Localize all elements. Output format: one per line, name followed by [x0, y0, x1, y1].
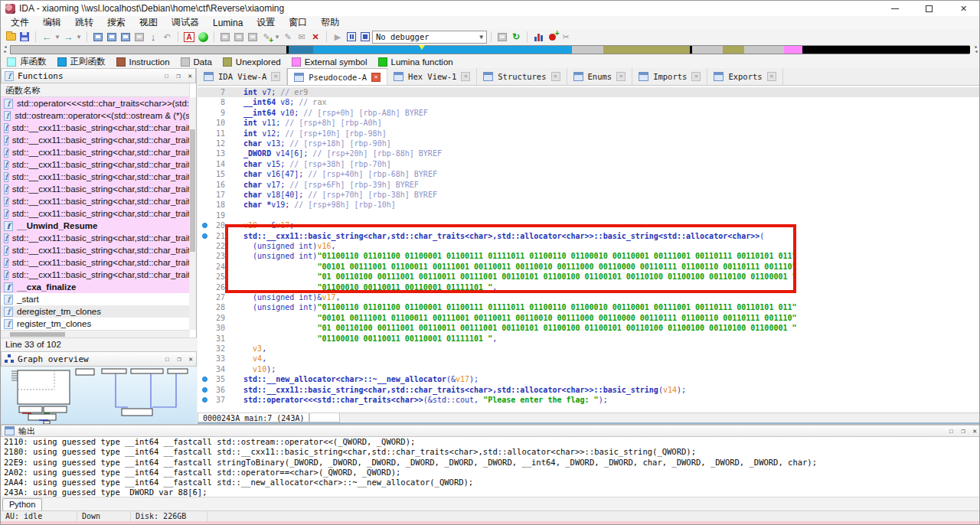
code-line[interactable]: 20 v19 = &v17; — [198, 220, 980, 230]
menu-item-1[interactable]: 文件 — [4, 16, 36, 29]
function-row[interactable]: fstd::__cxx11::basic_string<char,std::ch… — [1, 207, 190, 220]
menu-item-4[interactable]: 搜索 — [100, 16, 132, 29]
menu-item-2[interactable]: 编辑 — [36, 16, 68, 29]
panel-float-icon[interactable]: ❐ — [177, 355, 181, 363]
breakpoint-dropdown-icon[interactable]: ▼ — [273, 30, 281, 44]
code-line[interactable]: 36 std::__cxx11::basic_string<char,std::… — [198, 385, 980, 395]
edit-icon[interactable]: ✉ — [295, 30, 309, 44]
breakpoint-edit-icon[interactable] — [232, 30, 246, 44]
function-row[interactable]: f__cxa_finalize — [1, 281, 190, 293]
add-breakpoint-icon[interactable]: ✎ — [260, 30, 273, 44]
tab-ida-view-a[interactable]: IDA View-A✕ — [198, 68, 287, 85]
tab-structures[interactable]: Structures✕ — [477, 68, 567, 85]
function-row[interactable]: fstd::__cxx11::basic_string<char,std::ch… — [1, 158, 190, 171]
code-line[interactable]: 25 "01 00110100 00111001 00110011 001110… — [198, 272, 980, 282]
function-row[interactable]: fregister_tm_clones — [1, 318, 190, 330]
delete-icon[interactable]: ✕ — [309, 30, 322, 44]
code-line[interactable]: 11 int v12; // [rsp+10h] [rbp-98h] — [198, 129, 980, 139]
code-line[interactable]: 24 "00101 00111001 01100011 00111001 001… — [198, 262, 980, 272]
tab-close-icon[interactable]: ✕ — [767, 72, 776, 81]
panel-restore-icon[interactable]: ☐ — [949, 427, 953, 435]
tab-enums[interactable]: Enums✕ — [567, 68, 633, 85]
menu-item-5[interactable]: 视图 — [132, 16, 165, 29]
function-row[interactable]: fstd::__cxx11::basic_string<char,std::ch… — [1, 183, 190, 195]
menu-item-6[interactable]: 调试器 — [165, 16, 206, 29]
watch-icon[interactable] — [246, 30, 260, 44]
function-row[interactable]: fstd::__cxx11::basic_string<char,std::ch… — [1, 146, 190, 158]
code-line[interactable]: 9 __int64 v10; // [rsp+0h] [rbp-A8h] BYR… — [198, 108, 980, 118]
panel-restore-icon[interactable]: ☐ — [165, 355, 169, 363]
python-tab[interactable]: Python — [2, 498, 42, 510]
functions-vertical-scrollbar[interactable] — [189, 97, 196, 330]
tab-close-icon[interactable]: ✕ — [371, 73, 381, 82]
panel-close-icon[interactable]: ✕ — [189, 355, 193, 363]
tab-close-icon[interactable]: ✕ — [461, 72, 470, 81]
code-line[interactable]: 12 char v13; // [rsp+18h] [rbp-90h] — [198, 139, 980, 148]
code-line[interactable]: 30 "01 00110100 00111001 00110011 001110… — [198, 323, 980, 333]
code-line[interactable]: 13 _DWORD v14[6]; // [rsp+20h] [rbp-88h]… — [198, 148, 980, 158]
function-row[interactable]: fstd::__cxx11::basic_string<char,std::ch… — [1, 244, 190, 256]
tab-close-icon[interactable]: ✕ — [691, 72, 701, 81]
code-line[interactable]: 27 (unsigned int)&v17, — [198, 292, 980, 302]
tab-close-icon[interactable]: ✕ — [551, 72, 560, 81]
panel-float-icon[interactable]: ❐ — [961, 427, 965, 435]
code-line[interactable]: 34 v10); — [198, 364, 980, 374]
function-row[interactable]: fstd::__cxx11::basic_string<char,std::ch… — [1, 232, 190, 244]
jump-entry-icon[interactable]: ↓ — [146, 30, 160, 44]
menu-item-10[interactable]: 帮助 — [314, 16, 346, 29]
undo-icon[interactable]: ↶ — [160, 30, 174, 44]
menu-item-3[interactable]: 跳转 — [68, 16, 100, 29]
pseudocode-view[interactable]: 7 int v7; // er98 __int64 v8; // rax9 __… — [198, 86, 980, 412]
graph-overview-header[interactable]: Graph overview ☐ ❐ ✕ — [1, 351, 197, 367]
pause-process-icon[interactable] — [345, 30, 358, 44]
code-line[interactable]: 29 "00101 00111001 01100011 00111001 001… — [198, 313, 980, 323]
jump-address-icon[interactable] — [119, 30, 132, 44]
jump-name-icon[interactable] — [91, 30, 105, 44]
step-into-icon[interactable] — [495, 30, 509, 44]
jump-segment-icon[interactable] — [105, 30, 119, 44]
code-line[interactable]: 22 (unsigned int)v16, — [198, 241, 980, 251]
code-line[interactable]: 23 (unsigned int)"01100110 01101100 0110… — [198, 251, 980, 261]
breakpoint-list-icon[interactable] — [218, 30, 232, 44]
code-line[interactable]: 17 char v18[40]; // [rsp+70h] [rbp-38h] … — [198, 190, 980, 200]
forward-icon[interactable]: → — [61, 30, 75, 44]
start-process-icon[interactable]: ▶ — [331, 30, 345, 44]
function-row[interactable]: fstd::__cxx11::basic_string<char,std::ch… — [1, 195, 190, 207]
menu-item-7[interactable]: Lumina — [206, 18, 250, 28]
panel-restore-icon[interactable]: ☐ — [165, 72, 168, 80]
code-line[interactable]: 16 char v17; // [rsp+6Fh] [rbp-39h] BYRE… — [198, 180, 980, 190]
function-row[interactable]: f__Unwind_Resume — [1, 220, 190, 232]
navigator-band[interactable] — [10, 45, 969, 54]
function-row[interactable]: f_start — [1, 293, 190, 305]
panel-close-icon[interactable]: ✕ — [973, 427, 977, 435]
function-row[interactable]: fstd::__cxx11::basic_string<char,std::ch… — [1, 256, 190, 269]
chart-icon[interactable] — [531, 30, 545, 44]
stop-process-icon[interactable] — [358, 30, 372, 44]
functions-column-header[interactable]: 函数名称 — [1, 83, 190, 97]
graph-minimap[interactable] — [1, 367, 197, 424]
code-line[interactable]: 31 "01100010 00110011 00110001 01111101 … — [198, 334, 980, 344]
debugger-select[interactable]: No debugger▼ — [372, 31, 487, 44]
tab-hex-view-1[interactable]: Hex View-1✕ — [387, 68, 477, 85]
code-line[interactable]: 19 — [198, 210, 980, 220]
code-line[interactable]: 15 char v16[47]; // [rsp+40h] [rbp-68h] … — [198, 169, 980, 179]
output-panel-header[interactable]: 输出 ☐ ❐ ✕ — [1, 425, 980, 437]
tab-pseudocode-a[interactable]: Pseudocode-A✕ — [287, 68, 387, 85]
panel-float-icon[interactable]: ❐ — [176, 72, 180, 80]
function-row[interactable]: fstd::__cxx11::basic_string<char,std::ch… — [1, 122, 190, 134]
navigation-band[interactable]: ◂▸ ▸◂ — [1, 44, 980, 55]
tab-imports[interactable]: Imports✕ — [632, 68, 707, 85]
remove-watch-icon[interactable]: ✂ — [559, 30, 573, 44]
code-line[interactable]: 26 "01100010 00110011 00110001 01111101 … — [198, 282, 980, 292]
band-scroll-right-icon[interactable]: ▸◂ — [973, 44, 979, 55]
code-line[interactable]: 18 char *v19; // [rsp+98h] [rbp-10h] — [198, 200, 980, 210]
tab-close-icon[interactable]: ✕ — [616, 72, 626, 81]
jump-problem-icon[interactable] — [132, 30, 146, 44]
function-row[interactable]: fstd::__cxx11::basic_string<char,std::ch… — [1, 269, 190, 281]
back-dropdown-icon[interactable]: ▼ — [54, 30, 61, 44]
panel-close-icon[interactable]: ✕ — [188, 72, 192, 80]
save-icon[interactable] — [18, 30, 31, 44]
code-line[interactable]: 7 int v7; // er9 — [198, 87, 980, 97]
code-line[interactable]: 8 __int64 v8; // rax — [198, 97, 980, 107]
add-watch-icon[interactable] — [545, 30, 559, 44]
